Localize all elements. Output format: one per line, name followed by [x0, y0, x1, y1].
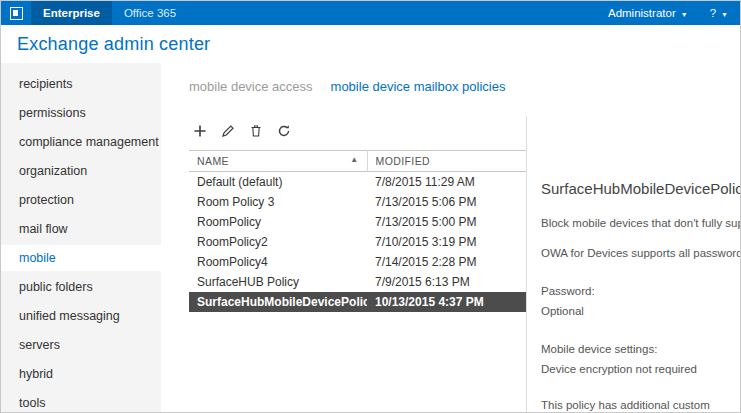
details-description-line2: OWA for Devices supports all password po… — [541, 247, 740, 259]
user-menu[interactable]: Administrator ▼ — [608, 7, 688, 19]
tab-enterprise[interactable]: Enterprise — [31, 1, 112, 25]
details-pane: SurfaceHubMobileDevicePolicy Block mobil… — [527, 116, 740, 412]
policy-name-cell: RoomPolicy4 — [189, 252, 367, 272]
policy-list-pane: NAME ▲ MODIFIED Default (default)7/8/201… — [189, 116, 527, 412]
tab-mobile-device-access[interactable]: mobile device access — [189, 79, 313, 94]
tab-bar: mobile device access mobile device mailb… — [189, 79, 740, 94]
custom-settings-note: This policy has additional custom settin… — [541, 397, 740, 412]
column-header-name[interactable]: NAME ▲ — [189, 151, 367, 172]
sidebar-item-compliance-management[interactable]: compliance management — [1, 129, 161, 155]
table-row[interactable]: RoomPolicy7/13/2015 5:00 PM — [189, 212, 526, 232]
policy-name-cell: RoomPolicy — [189, 212, 367, 232]
edit-button[interactable] — [217, 122, 239, 140]
policy-modified-cell: 7/9/2015 6:13 PM — [367, 272, 526, 292]
page-title: Exchange admin center — [17, 34, 210, 55]
policy-name-cell: SurfaceHubMobileDevicePolicy — [189, 292, 367, 312]
policy-name-cell: Room Policy 3 — [189, 192, 367, 212]
mobile-device-settings-value: Device encryption not required — [541, 363, 740, 375]
chevron-down-icon: ▼ — [721, 11, 728, 18]
topbar: Enterprise Office 365 Administrator ▼ ? … — [1, 1, 740, 25]
sidebar-item-permissions[interactable]: permissions — [1, 100, 161, 126]
user-menu-label: Administrator — [608, 7, 676, 19]
help-icon: ? — [710, 7, 716, 19]
sidebar-item-unified-messaging[interactable]: unified messaging — [1, 303, 161, 329]
policy-modified-cell: 7/13/2015 5:00 PM — [367, 212, 526, 232]
sidebar-item-recipients[interactable]: recipients — [1, 71, 161, 97]
policy-modified-cell: 7/13/2015 5:06 PM — [367, 192, 526, 212]
table-row[interactable]: Room Policy 37/13/2015 5:06 PM — [189, 192, 526, 212]
toolbar — [189, 122, 526, 140]
policy-modified-cell: 7/14/2015 2:28 PM — [367, 252, 526, 272]
office365-logo-icon — [10, 7, 23, 20]
table-row[interactable]: SurfaceHubMobileDevicePolicy10/13/2015 4… — [189, 292, 526, 312]
sidebar-item-public-folders[interactable]: public folders — [1, 274, 161, 300]
details-description-line1: Block mobile devices that don't fully su… — [541, 217, 740, 229]
add-icon — [193, 124, 207, 138]
sidebar-item-organization[interactable]: organization — [1, 158, 161, 184]
refresh-icon — [277, 124, 291, 138]
column-header-modified[interactable]: MODIFIED — [367, 151, 526, 172]
delete-button[interactable] — [245, 122, 267, 140]
exchange-admin-center-window: Enterprise Office 365 Administrator ▼ ? … — [0, 0, 741, 413]
sidebar-list: recipientspermissionscompliance manageme… — [1, 71, 161, 412]
office365-logo-button[interactable] — [1, 1, 31, 25]
table-row[interactable]: RoomPolicy27/10/2015 3:19 PM — [189, 232, 526, 252]
main-area: mobile device access mobile device mailb… — [161, 63, 740, 412]
sidebar: recipientspermissionscompliance manageme… — [1, 63, 161, 412]
details-title: SurfaceHubMobileDevicePolicy — [541, 180, 740, 197]
sidebar-item-hybrid[interactable]: hybrid — [1, 361, 161, 387]
sidebar-item-tools[interactable]: tools — [1, 390, 161, 412]
policy-table-body: Default (default)7/8/2015 11:29 AMRoom P… — [189, 172, 526, 313]
help-menu[interactable]: ? ▼ — [710, 7, 728, 19]
table-row[interactable]: Default (default)7/8/2015 11:29 AM — [189, 172, 526, 193]
delete-icon — [249, 124, 263, 138]
policy-name-cell: RoomPolicy2 — [189, 232, 367, 252]
add-button[interactable] — [189, 122, 211, 140]
table-row[interactable]: RoomPolicy47/14/2015 2:28 PM — [189, 252, 526, 272]
sidebar-item-mail-flow[interactable]: mail flow — [1, 216, 161, 242]
edit-icon — [221, 124, 235, 138]
chevron-down-icon: ▼ — [681, 11, 688, 18]
policy-table: NAME ▲ MODIFIED Default (default)7/8/201… — [189, 150, 526, 312]
sidebar-item-protection[interactable]: protection — [1, 187, 161, 213]
refresh-button[interactable] — [273, 122, 295, 140]
sort-ascending-icon: ▲ — [350, 155, 358, 164]
policy-name-cell: Default (default) — [189, 172, 367, 193]
tab-office365[interactable]: Office 365 — [112, 1, 188, 25]
tab-mobile-device-mailbox-policies[interactable]: mobile device mailbox policies — [331, 79, 506, 94]
password-value: Optional — [541, 305, 740, 317]
policy-name-cell: SurfaceHUB Policy — [189, 272, 367, 292]
policy-modified-cell: 7/10/2015 3:19 PM — [367, 232, 526, 252]
sidebar-item-mobile[interactable]: mobile — [1, 245, 161, 271]
mobile-device-settings-label: Mobile device settings: — [541, 343, 740, 355]
table-row[interactable]: SurfaceHUB Policy7/9/2015 6:13 PM — [189, 272, 526, 292]
page-header: Exchange admin center — [1, 25, 740, 63]
password-label: Password: — [541, 285, 740, 297]
policy-modified-cell: 10/13/2015 4:37 PM — [367, 292, 526, 312]
policy-modified-cell: 7/8/2015 11:29 AM — [367, 172, 526, 193]
sidebar-item-servers[interactable]: servers — [1, 332, 161, 358]
